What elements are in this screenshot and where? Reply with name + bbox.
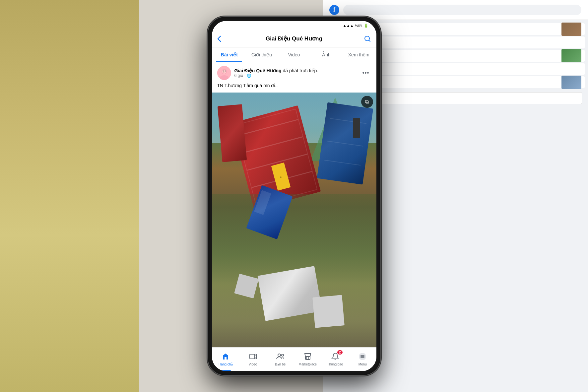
post-card: Giai Điệu Quê Hương đã phát trực tiếp. 6… (212, 62, 376, 347)
svg-rect-7 (250, 354, 255, 359)
nav-label-menu: Menu (359, 362, 367, 366)
nav-item-notifications[interactable]: Thông báo 2 (321, 348, 349, 371)
svg-rect-13 (360, 358, 364, 358)
bottom-nav: Trang chủ Video (212, 347, 376, 371)
tab-video[interactable]: Video (278, 47, 310, 62)
post-image[interactable]: ⚠ (212, 93, 376, 347)
post-meta: Giai Điệu Quê Hương đã phát trực tiếp. 6… (234, 68, 357, 78)
nav-item-menu[interactable]: Menu (349, 348, 376, 371)
red-truck (218, 104, 247, 162)
tab-bar: Bài viết Giới thiệu Video Ảnh Xem thêm (212, 47, 376, 62)
crash-scene-image: ⚠ (212, 93, 376, 347)
nav-item-friends[interactable]: Bạn bè (267, 348, 294, 371)
back-button[interactable] (217, 35, 228, 42)
live-cast-icon[interactable]: ⧉ (361, 96, 373, 108)
debris-piece-2 (312, 295, 345, 328)
more-options-button[interactable]: ••• (360, 69, 371, 77)
nav-label-notifications: Thông báo (327, 362, 343, 366)
status-bar: ▲▲▲ WiFi 🔋 (212, 21, 376, 30)
tab-bai-viet[interactable]: Bài viết (213, 47, 246, 62)
svg-point-8 (278, 354, 281, 357)
tab-gioi-thieu[interactable]: Giới thiệu (245, 47, 278, 62)
tab-xem-them[interactable]: Xem thêm (343, 47, 375, 62)
phone-wrapper: ▲▲▲ WiFi 🔋 Giai Điệu Quê Hương (208, 17, 380, 375)
phone: ▲▲▲ WiFi 🔋 Giai Điệu Quê Hương (208, 17, 380, 375)
home-icon (222, 353, 229, 362)
svg-point-5 (223, 71, 224, 72)
nav-label-friends: Bạn bè (275, 362, 286, 366)
nav-label-marketplace: Marketplace (299, 362, 317, 366)
friends-icon (276, 353, 285, 362)
marketplace-icon (304, 353, 312, 362)
svg-point-9 (282, 354, 284, 356)
nav-item-video[interactable]: Video (239, 348, 267, 371)
page-title: Giai Điệu Quê Hương (266, 35, 322, 42)
post-time: 6 giờ · 🌐 (234, 73, 357, 78)
nav-bar: Giai Điệu Quê Hương (212, 30, 376, 47)
phone-screen: ▲▲▲ WiFi 🔋 Giai Điệu Quê Hương (212, 21, 376, 371)
svg-point-6 (225, 71, 226, 72)
nav-label-video: Video (249, 362, 257, 366)
status-icons: ▲▲▲ WiFi 🔋 (343, 24, 368, 28)
person-figure (353, 118, 360, 138)
svg-rect-12 (360, 356, 364, 357)
notification-badge: 2 (337, 350, 343, 355)
content-area: Giai Điệu Quê Hương đã phát trực tiếp. 6… (212, 62, 376, 347)
post-text: TN T.hương T.âm quá mn ơi.. (212, 83, 376, 93)
nav-item-home[interactable]: Trang chủ (212, 348, 239, 371)
tab-anh[interactable]: Ảnh (310, 47, 343, 62)
globe-icon: 🌐 (247, 74, 251, 78)
video-icon (249, 353, 257, 362)
menu-icon (359, 353, 366, 362)
nav-label-home: Trang chủ (218, 362, 233, 366)
post-header: Giai Điệu Quê Hương đã phát trực tiếp. 6… (212, 62, 376, 83)
background-left-wall (0, 0, 139, 392)
post-author: Giai Điệu Quê Hương đã phát trực tiếp. (234, 68, 357, 73)
svg-rect-11 (360, 355, 364, 356)
avatar (217, 66, 231, 80)
nav-item-marketplace[interactable]: Marketplace (294, 348, 322, 371)
search-button[interactable] (360, 35, 371, 42)
